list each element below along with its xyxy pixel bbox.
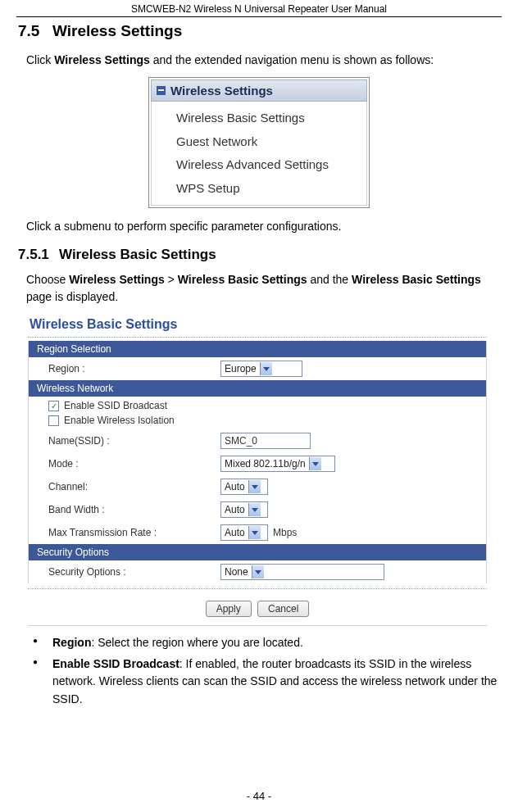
bullet-item: Region: Select the region where you are … — [30, 634, 500, 652]
checkbox-ssid-broadcast[interactable]: ✓ — [48, 401, 59, 411]
nav-header[interactable]: Wireless Settings — [151, 79, 367, 102]
nav-item[interactable]: Wireless Advanced Settings — [176, 153, 363, 177]
separator — [28, 588, 487, 589]
checkbox-label: Enable SSID Broadcast — [64, 400, 167, 411]
bullet-item: Enable SSID Broadcast: If enabled, the r… — [30, 655, 500, 709]
cancel-button[interactable]: Cancel — [257, 601, 309, 617]
figure-settings-panel: Wireless Basic Settings Region Selection… — [28, 314, 487, 626]
subsection-number: 7.5.1 — [18, 247, 59, 263]
intro-paragraph-1: Click Wireless Settings and the extended… — [26, 52, 500, 69]
region-select[interactable]: Europe — [220, 361, 302, 377]
security-label: Security Options : — [48, 566, 220, 578]
page-number: - 44 - — [0, 790, 518, 802]
chevron-down-icon — [252, 565, 264, 578]
subsection-title: Wireless Basic Settings — [59, 247, 216, 262]
region-label: Region : — [48, 363, 220, 374]
panel-title: Wireless Basic Settings — [28, 314, 487, 337]
group-header-security: Security Options — [29, 544, 486, 560]
bullet-list: Region: Select the region where you are … — [30, 634, 500, 709]
rate-select[interactable]: Auto — [220, 524, 268, 541]
group-header-region: Region Selection — [29, 341, 486, 357]
rate-label: Max Transmission Rate : — [48, 527, 220, 538]
nav-item[interactable]: WPS Setup — [176, 177, 363, 201]
subsection-heading: 7.5.1Wireless Basic Settings — [18, 247, 500, 263]
ssid-input[interactable]: SMC_0 — [220, 433, 311, 449]
section-heading: 7.5Wireless Settings — [18, 22, 500, 40]
collapse-icon — [157, 86, 166, 95]
checkbox-wireless-isolation[interactable] — [48, 415, 59, 426]
rate-unit: Mbps — [273, 527, 297, 538]
channel-select[interactable]: Auto — [220, 479, 268, 495]
separator — [28, 337, 487, 338]
nav-item[interactable]: Wireless Basic Settings — [176, 107, 363, 130]
nav-item[interactable]: Guest Network — [176, 130, 363, 154]
chevron-down-icon — [248, 503, 261, 516]
section-number: 7.5 — [18, 22, 52, 40]
ssid-label: Name(SSID) : — [48, 435, 220, 447]
mode-label: Mode : — [48, 458, 220, 470]
chevron-down-icon — [248, 526, 261, 539]
nav-title: Wireless Settings — [170, 84, 273, 98]
bandwidth-select[interactable]: Auto — [220, 501, 268, 518]
apply-button[interactable]: Apply — [206, 601, 252, 617]
separator — [28, 625, 487, 626]
chevron-down-icon — [260, 362, 272, 375]
manual-header: SMCWEB-N2 Wireless N Universal Repeater … — [16, 0, 502, 17]
intro-paragraph-2: Click a submenu to perform specific para… — [26, 218, 500, 235]
checkbox-label: Enable Wireless Isolation — [64, 415, 175, 426]
figure-nav-menu: Wireless Settings Wireless Basic Setting… — [148, 77, 370, 208]
channel-label: Channel: — [48, 481, 220, 492]
group-header-wireless: Wireless Network — [29, 380, 486, 397]
section-title: Wireless Settings — [52, 22, 182, 39]
chevron-down-icon — [248, 480, 261, 493]
security-select[interactable]: None — [220, 564, 384, 580]
subsection-intro: Choose Wireless Settings > Wireless Basi… — [26, 271, 500, 306]
mode-select[interactable]: Mixed 802.11b/g/n — [220, 456, 335, 472]
chevron-down-icon — [309, 457, 321, 470]
bandwidth-label: Band Width : — [48, 504, 220, 515]
